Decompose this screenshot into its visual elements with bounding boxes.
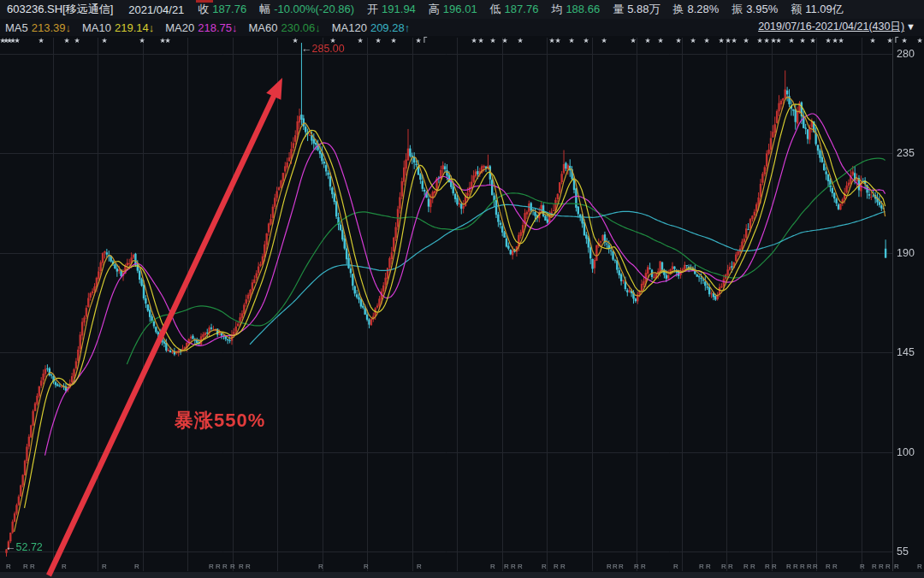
quote-field-label: 开	[367, 3, 378, 15]
date-range-selector[interactable]: 2019/07/16-2021/04/21(430日)▼	[758, 20, 915, 34]
ma-value: 218.75↓	[198, 21, 237, 34]
date-range-label[interactable]: 2019/07/16-2021/04/21(430日)	[758, 21, 904, 32]
quote-field-9: 额11.09亿	[791, 2, 844, 17]
y-axis-tick-55: 55	[897, 546, 909, 557]
start-price-annotation: ←52.72	[5, 541, 43, 553]
ma-label: MA120	[332, 21, 367, 34]
y-axis-tick-280: 280	[897, 48, 915, 60]
quote-field-value: 5.88万	[627, 3, 660, 15]
quote-field-5: 均188.66	[551, 2, 600, 17]
ma-legend-ma5: MA5213.39↓	[5, 21, 71, 34]
ma-legend-ma20: MA20218.75↓	[165, 21, 237, 34]
ma-value: 213.39↓	[32, 21, 71, 34]
start-price-value: 52.72	[16, 541, 43, 553]
quote-field-value: 188.66	[566, 3, 600, 15]
quote-field-label: 量	[613, 3, 624, 15]
quote-field-value: 196.01	[443, 3, 477, 15]
quote-field-6: 量5.88万	[613, 2, 660, 17]
quote-field-label: 换	[672, 3, 684, 15]
ma-legend-ma10: MA10219.14↓	[82, 21, 154, 34]
quote-field-value: -10.00%(-20.86)	[274, 3, 354, 15]
y-axis-tick-235: 235	[897, 147, 915, 159]
quote-field-label: 幅	[259, 3, 270, 15]
quote-field-value: 11.09亿	[805, 3, 844, 15]
quote-field-value: 8.28%	[687, 3, 719, 15]
ma-legend-ma120: MA120209.28↑	[332, 21, 410, 34]
quote-field-label: 振	[732, 3, 743, 15]
top-red-marker	[196, 0, 213, 3]
peak-price-value: 285.00	[312, 43, 345, 55]
y-axis-tick-100: 100	[897, 446, 915, 458]
y-axis-tick-190: 190	[897, 247, 915, 259]
left-arrow-icon: ←	[5, 541, 16, 553]
peak-price-annotation: ←285.00	[301, 43, 345, 55]
y-axis-tick-145: 145	[897, 346, 915, 358]
stock-chart-window: 603236.SH[移远通信] 2021/04/21 收187.76幅-10.0…	[0, 0, 924, 578]
quote-field-1: 幅-10.00%(-20.86)	[259, 2, 354, 17]
quote-field-value: 187.76	[212, 3, 246, 15]
quote-field-0: 收187.76	[198, 2, 246, 17]
quote-field-label: 均	[551, 3, 562, 15]
quote-date: 2021/04/21	[128, 3, 184, 16]
kline-chart-canvas[interactable]	[0, 0, 924, 578]
quote-field-label: 高	[429, 3, 440, 15]
quote-field-value: 187.76	[505, 3, 539, 15]
ma-label: MA60	[248, 21, 277, 34]
ma-label: MA5	[5, 21, 28, 34]
quote-field-2: 开191.94	[367, 2, 416, 17]
chevron-down-icon[interactable]: ▼	[906, 21, 915, 32]
quote-field-value: 191.94	[382, 3, 416, 15]
quote-field-8: 振3.95%	[732, 2, 778, 17]
quote-field-label: 收	[198, 3, 209, 15]
quote-field-3: 高196.01	[429, 2, 477, 17]
left-arrow-icon: ←	[301, 43, 312, 55]
ma-value: 230.06↓	[281, 21, 320, 34]
ma-label: MA10	[82, 21, 111, 34]
ma-label: MA20	[165, 21, 194, 34]
surge-callout-text: 暴涨550%	[175, 408, 265, 434]
ma-value: 209.28↑	[370, 21, 410, 34]
quote-field-label: 额	[791, 3, 802, 15]
quote-field-4: 低187.76	[490, 2, 539, 17]
quote-field-label: 低	[490, 3, 501, 15]
quote-header-bar: 603236.SH[移远通信] 2021/04/21 收187.76幅-10.0…	[0, 0, 924, 19]
ma-legend-ma60: MA60230.06↓	[248, 21, 320, 34]
quote-field-value: 3.95%	[746, 3, 778, 15]
ma-value: 219.14↓	[115, 21, 154, 34]
quote-field-7: 换8.28%	[672, 2, 719, 17]
symbol-name[interactable]: 603236.SH[移远通信]	[7, 2, 113, 17]
